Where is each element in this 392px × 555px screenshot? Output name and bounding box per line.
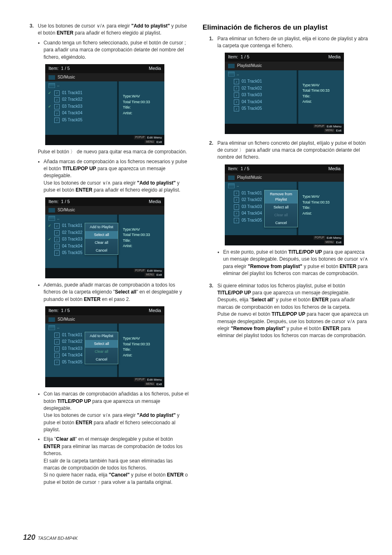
ss-footer: POPUP Edit MenuMENU Exit [45,377,164,387]
bullet: Cuando tenga un fichero seleccionado, pu… [38,39,189,61]
music-file-icon: ♪ [234,197,239,203]
music-file-icon: ♪ [234,79,239,84]
sd-card-icon [48,317,55,322]
sd-card-icon [48,208,55,213]
music-file-icon: ♪ [54,346,60,352]
ss-footer: POPUP Edit MenuMENU Exit [225,124,344,134]
cursor-down-up-icon: ∨/∧ [347,319,355,324]
folder-up-icon: .. [57,324,60,331]
ss-item-label: Item: 1 / 5 [48,65,70,72]
check-icon: ✓ [48,223,52,229]
popup-item: Cancel [85,356,118,363]
music-file-icon: ♪ [234,211,239,216]
track-row: ✓♪01 Track01 [45,90,117,97]
track-name: 05 Track05 [242,217,262,224]
ss-item-label: Item: 1 / 5 [228,54,249,60]
ss-path: SD/Music [58,207,75,213]
ss-media-label: Media [328,54,341,60]
popup-item: Add to Playlist [85,332,118,340]
step-number-2: 2. [203,140,217,280]
check-icon: ✓ [48,237,52,242]
track-name: 04 Track04 [242,210,262,217]
ss-media-label: Media [149,65,161,72]
track-row: ✓♪03 Track03 [45,103,117,110]
bullet: Elija "Clear all" en el mensaje desplega… [38,436,189,486]
folder-icon [48,83,55,88]
ss-media-label: Media [328,166,341,172]
music-file-icon: ♪ [54,237,60,242]
popup-menu: Add to PlaylistSelect allClear allCancel [85,332,118,364]
track-name: 05 Track05 [62,117,82,123]
popup-menu: Remove from PlaylistSelect allClear allC… [264,190,298,227]
track-name: 05 Track05 [242,106,262,112]
ss-media-label: Media [149,199,161,205]
music-file-icon: ♪ [54,118,60,123]
ss-footer: POPUP Edit MenuMENU Exit [45,135,164,145]
music-file-icon: ♪ [234,218,239,223]
sd-card-icon [228,64,235,68]
cursor-down-up-icon: ∨/∧ [97,23,105,29]
page-footer: 120 TASCAM BD-MP4K [23,532,78,543]
folder-icon [228,72,235,76]
track-name: 02 Track02 [62,97,82,103]
track-name: 04 Track04 [62,352,82,358]
cursor-down-up-icon: ∨/∧ [102,412,111,418]
popup-item: Cancel [85,247,118,254]
track-name: 04 Track04 [62,243,82,250]
section-heading: Eliminación de ficheros de un playlist [203,23,369,33]
popup-item: Select all [85,340,118,348]
bullet: Con las marcas de comprobación añadidas … [38,391,189,433]
folder-icon [48,216,55,221]
popup-item: Select all [85,231,118,239]
folder-up-icon: .. [237,71,239,77]
step-3-body: Use los botones de cursor ∨/∧ para elegi… [38,23,189,488]
track-name: 01 Track01 [62,90,82,96]
music-file-icon: ♪ [234,106,239,111]
track-name: 01 Track01 [62,223,82,229]
ui-screenshot-2: Item: 1 / 5MediaSD/Music..✓♪01 Track01♪0… [45,197,164,278]
ss-info-panel: Type:WAVTotal Time:00:33Title:Artist: [119,81,164,135]
step-number-3r: 3. [203,282,217,340]
cursor-down-up-icon: ∨/∧ [102,180,111,186]
track-name: 02 Track02 [242,197,262,203]
right-step2-body: Para eliminar un fichero concreto del pl… [217,140,369,280]
music-file-icon: ♪ [54,111,60,116]
folder-up-icon: .. [57,82,60,88]
ui-screenshot-5: Item: 1 / 5MediaPlaylist/Music..♪01 Trac… [225,164,344,245]
step-number-1: 1. [203,35,217,137]
popup-item: Cancel [265,219,297,227]
popup-item: Remove from Playlist [265,190,297,204]
music-file-icon: ♪ [54,90,60,96]
popup-item: Clear all [85,239,118,247]
track-row: ♪03 Track03 [225,92,297,99]
cursor-right-icon: 〉 [70,149,75,155]
popup-item: Select all [265,204,297,211]
sd-card-icon [228,176,235,180]
music-file-icon: ♪ [234,92,239,98]
track-row: ♪05 Track05 [45,117,117,124]
popup-item: Clear all [265,211,297,219]
music-file-icon: ♪ [54,360,60,365]
music-file-icon: ♪ [234,86,239,91]
folder-up-icon: .. [237,183,239,189]
ss-path: SD/Music [58,317,75,323]
ss-info-panel: Type:WAVTotal Time:00:33Title:Artist: [119,215,164,268]
track-name: 05 Track05 [62,250,82,256]
ui-screenshot-3: Item: 1 / 5MediaSD/Music..♪01 Track01♪02… [45,306,164,387]
music-file-icon: ♪ [54,244,60,249]
track-row: ♪05 Track05 [225,105,297,112]
ss-footer: POPUP Edit MenuMENU Exit [225,235,344,245]
ss-path: Playlist/Music [237,63,262,69]
cursor-down-up-icon: ∨/∧ [360,256,368,262]
right-step3-body: Si quiere eliminar todos los ficheros pl… [217,282,369,340]
music-file-icon: ♪ [234,204,239,210]
music-file-icon: ♪ [54,230,60,236]
footer-model: TASCAM BD-MP4K [38,535,78,542]
track-row: ♪02 Track02 [45,96,117,103]
folder-icon [228,183,235,188]
cursor-right-icon: 〉 [239,147,244,153]
ss-item-label: Item: 1 / 5 [48,308,70,314]
track-name: 04 Track04 [62,110,82,116]
track-name: 01 Track01 [62,332,82,338]
track-name: 01 Track01 [242,79,262,85]
